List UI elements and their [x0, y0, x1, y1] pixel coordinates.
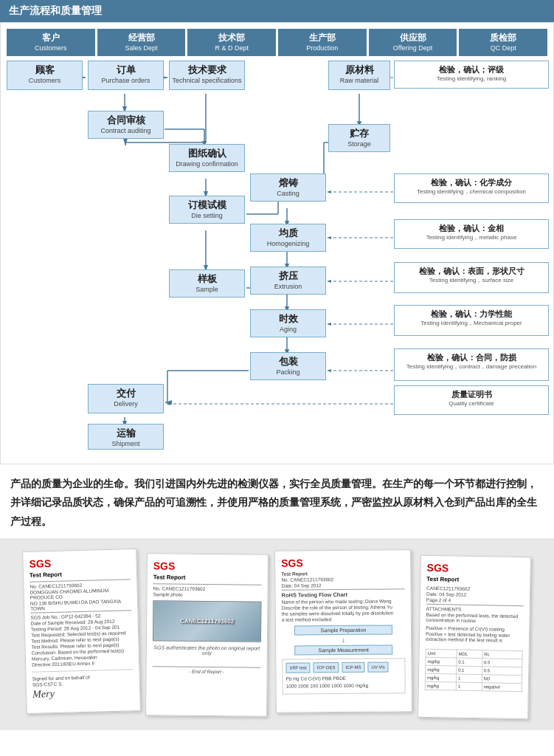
qc-node-6: 检验，确认：合同，防损 Testing identifying，contract…	[394, 348, 549, 381]
node-die-setting: 订模试模 Die setting	[169, 196, 245, 224]
dept-headers-row: 客户 Customers 经营部 Sales Dept 技术部 R & D De…	[5, 29, 549, 56]
flow-diagram: 顾客 Customers 交付 Delivery 运输 Shipment 订单 …	[5, 59, 550, 458]
page-title: 生产流程和质量管理	[9, 4, 102, 18]
node-purchase-orders: 订单 Purchase orders	[88, 61, 164, 90]
dept-production: 生产部 Production	[278, 29, 367, 56]
sgs-doc-1: SGS Test Report No. CANEC1211793602 DONG…	[22, 549, 141, 714]
doc1-address: NO.136 BISHU BUWEI DA DAO TANGXIA TOWN	[30, 598, 131, 611]
sgs-title-4: Test Report	[426, 576, 524, 584]
description-text: 产品的质量为企业的生命。我们引进国内外先进的检测仪器，实行全员质量管理。在生产的…	[0, 464, 554, 538]
qc-node-1: 检验，确认；评级 Testing identifying, ranking	[394, 61, 549, 89]
sgs-title-1: Test Report	[30, 569, 131, 579]
sgs-flow-mini: Sample Preparation ↓ Sample Measurement	[282, 625, 405, 655]
sgs-photo: CANEC1211793602	[153, 600, 261, 642]
method-2: ICP-OES	[314, 662, 339, 673]
node-sample: 样板 Sample	[169, 269, 245, 298]
sgs-photo-caption: SGS authenticates the photo on original …	[153, 645, 261, 656]
node-contract-audit: 合同审核 Contract auditing	[88, 111, 164, 139]
sgs-mini-chart: XRF test ICP-OES ICP-MS UV-Vis Pb Hg Cd …	[282, 658, 405, 694]
sgs-logo-2: SGS	[153, 560, 262, 572]
node-casting: 熔铸 Casting	[250, 173, 326, 202]
sgs-methods: XRF test ICP-OES ICP-MS UV-Vis	[285, 662, 401, 673]
qc-node-2: 检验，确认：化学成分 Testing identifying，chemical …	[394, 173, 549, 203]
qc-node-5: 检验，确认：力学性能 Testing identifying，Mechanica…	[394, 305, 549, 336]
node-drawing-confirm: 图纸确认 Drawing confirmation	[169, 144, 245, 172]
sgs-section: SGS Test Report No. CANEC1211793602 DONG…	[0, 538, 554, 730]
method-4: UV-Vis	[367, 662, 388, 673]
flow-mini-step-1: Sample Preparation	[294, 625, 393, 635]
sgs-doc-4: SGS Test Report CANEC1211793602 Date: 04…	[418, 555, 531, 720]
qc-node-7: 质量证明书 Quality certificate	[394, 385, 549, 415]
results-table: Unit MDL RL mg/kg 0.1 0.5 mg/kg 0.1 0.5 …	[425, 649, 523, 692]
method-3: ICP-MS	[342, 662, 364, 673]
sgs-logo-4: SGS	[426, 562, 524, 575]
qc-node-4: 检验，确认：表面，形状尺寸 Testing identifying，surfac…	[394, 262, 549, 293]
flowchart-section: 客户 Customers 经营部 Sales Dept 技术部 R & D De…	[0, 22, 554, 464]
doc1-signature-area: Signed for and on behalf of SGS-CSTC S. …	[32, 669, 134, 701]
qc-node-3: 检验，确认：金相 Testing identifying，metallic ph…	[394, 219, 549, 249]
method-1: XRF test	[285, 662, 310, 673]
sgs-logo-3: SGS	[281, 556, 404, 568]
dept-sales: 经营部 Sales Dept	[97, 29, 186, 56]
node-extrusion: 挤压 Extrusion	[250, 267, 326, 295]
node-storage: 贮存 Storage	[328, 124, 390, 152]
dept-customers: 客户 Customers	[7, 29, 95, 56]
dept-rd: 技术部 R & D Dept	[187, 29, 276, 56]
flow-mini-step-2: Sample Measurement	[294, 645, 393, 655]
node-customers: 顾客 Customers	[7, 61, 83, 90]
node-packing: 包装 Packing	[250, 352, 326, 380]
node-raw-material: 原材料 Raw material	[328, 61, 390, 90]
node-aging: 时效 Aging	[250, 309, 326, 337]
dept-qc: 质检部 QC Dept	[459, 29, 547, 56]
sgs-doc-2: SGS Test Report No. CANEC1211793602 Samp…	[145, 553, 269, 716]
sgs-doc-3: SGS Test Report No. CANEC1211793602 Date…	[274, 549, 412, 713]
doc2-end: - End of Report -	[153, 666, 261, 674]
dept-offering: 供应部 Offering Dept	[369, 29, 457, 56]
sgs-logo-1: SGS	[29, 555, 130, 570]
sgs-title-2: Test Report	[153, 574, 262, 581]
node-shipment: 运输 Shipment	[88, 424, 164, 450]
node-delivery: 交付 Delivery	[88, 384, 164, 413]
page-header: 生产流程和质量管理	[0, 0, 554, 22]
node-homogenizing: 均质 Homogenizing	[250, 224, 326, 252]
flow-mini-arrow-1: ↓	[342, 636, 345, 644]
node-tech-specs: 技术要求 Technical specifications	[169, 61, 245, 90]
